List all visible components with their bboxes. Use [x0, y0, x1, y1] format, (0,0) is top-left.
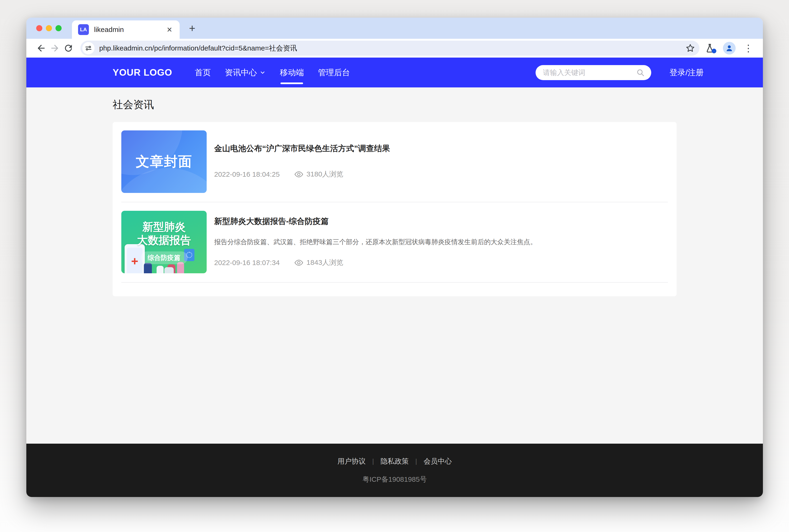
experiments-flask-icon[interactable]	[705, 43, 715, 53]
search-box	[536, 65, 651, 80]
nav-item-admin[interactable]: 管理后台	[318, 65, 350, 80]
page-title: 社会资讯	[113, 98, 677, 112]
site-footer: 用户协议 | 隐私政策 | 会员中心 粤ICP备19081985号	[26, 444, 763, 497]
url-bar[interactable]: php.likeadmin.cn/pc/information/default?…	[80, 41, 699, 56]
nav-item-home[interactable]: 首页	[195, 65, 211, 80]
article-row-1[interactable]: 文章封面 金山电池公布“沪广深市民绿色生活方式”调查结果 2022-09-16 …	[121, 122, 668, 202]
site-header: YOUR LOGO 首页 资讯中心 移动端 管理后台	[26, 58, 763, 88]
footer-links: 用户协议 | 隐私政策 | 会员中心	[337, 457, 452, 466]
article-2-date: 2022-09-16 18:07:34	[214, 259, 280, 267]
toolbar-right-icons: ⋮	[705, 42, 755, 55]
new-tab-button[interactable]: +	[189, 23, 195, 34]
browser-window: LA likeadmin × + php.likeadmin.cn/pc/inf…	[26, 18, 763, 497]
footer-link-member-center[interactable]: 会员中心	[424, 457, 452, 466]
article-2-views: 1843人浏览	[306, 258, 343, 267]
article-list-card: 文章封面 金山电池公布“沪广深市民绿色生活方式”调查结果 2022-09-16 …	[113, 122, 677, 296]
tab-title: likeadmin	[94, 25, 166, 34]
site-favicon: LA	[78, 24, 89, 35]
article-1-views: 3180人浏览	[306, 169, 343, 179]
url-text[interactable]: php.likeadmin.cn/pc/information/default?…	[99, 43, 685, 53]
main-navigation: 首页 资讯中心 移动端 管理后台	[188, 65, 357, 80]
minimize-window-button[interactable]	[46, 25, 52, 31]
fullscreen-window-button[interactable]	[55, 25, 62, 31]
browser-tab[interactable]: LA likeadmin ×	[72, 20, 180, 39]
forward-icon[interactable]	[48, 43, 62, 53]
bookmark-star-icon[interactable]	[685, 43, 695, 53]
thumbnail-badge: 综合防疫篇	[140, 251, 188, 264]
article-1-thumbnail[interactable]: 文章封面	[121, 130, 207, 193]
article-1-title[interactable]: 金山电池公布“沪广深市民绿色生活方式”调查结果	[214, 143, 668, 154]
footer-separator: |	[372, 457, 374, 465]
article-1-meta: 2022-09-16 18:04:25 3180人浏览	[214, 169, 668, 179]
chevron-down-icon	[260, 70, 266, 76]
nav-item-news-center[interactable]: 资讯中心	[225, 65, 266, 80]
back-icon[interactable]	[34, 43, 48, 53]
browser-menu-kebab-icon[interactable]: ⋮	[744, 43, 753, 53]
footer-link-user-agreement[interactable]: 用户协议	[337, 457, 365, 466]
nav-item-mobile[interactable]: 移动端	[280, 65, 304, 80]
article-2-description: 报告分综合防疫篇、武汉篇、拒绝野味篇三个部分，还原本次新型冠状病毒肺炎疫情发生前…	[214, 238, 668, 247]
page-content: 社会资讯 文章封面 金山电池公布“沪广深市民绿色生活方式”调查结果 2022-0…	[26, 88, 763, 444]
views-eye-icon	[294, 259, 303, 266]
article-row-2[interactable]: 新型肺炎 大数据报告 综合防疫篇 + 新型肺炎大数据报告-综合防疫篇 报告分综合…	[121, 202, 668, 283]
close-tab-icon[interactable]: ×	[166, 25, 173, 34]
reload-icon[interactable]	[62, 43, 75, 53]
window-controls	[36, 25, 62, 31]
browser-toolbar: php.likeadmin.cn/pc/information/default?…	[26, 39, 763, 58]
search-input[interactable]	[536, 69, 636, 77]
footer-link-privacy-policy[interactable]: 隐私政策	[381, 457, 409, 466]
thumbnail-headline-line1: 新型肺炎	[143, 220, 186, 234]
site-settings-icon[interactable]	[82, 42, 95, 54]
tab-strip: LA likeadmin × +	[26, 18, 763, 39]
profile-avatar[interactable]	[723, 42, 736, 55]
thumbnail-cover-text: 文章封面	[136, 152, 192, 171]
footer-separator: |	[415, 457, 417, 465]
search-icon[interactable]	[636, 69, 645, 77]
views-eye-icon	[294, 171, 303, 178]
site-logo[interactable]: YOUR LOGO	[113, 67, 172, 78]
article-1-date: 2022-09-16 18:04:25	[214, 170, 280, 178]
icp-record-number: 粤ICP备19081985号	[362, 475, 427, 484]
article-2-meta: 2022-09-16 18:07:34 1843人浏览	[214, 258, 668, 267]
article-2-thumbnail[interactable]: 新型肺炎 大数据报告 综合防疫篇 +	[121, 211, 207, 273]
close-window-button[interactable]	[36, 25, 42, 31]
thumbnail-headline-line2: 大数据报告	[137, 233, 191, 247]
article-2-title[interactable]: 新型肺炎大数据报告-综合防疫篇	[214, 216, 668, 227]
login-register-link[interactable]: 登录/注册	[670, 67, 704, 78]
